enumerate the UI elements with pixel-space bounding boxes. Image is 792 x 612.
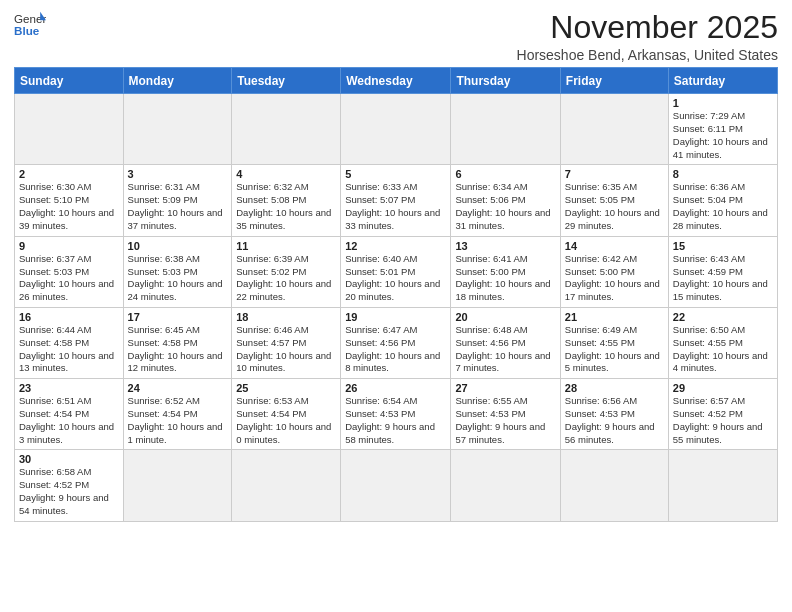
calendar-cell: 9Sunrise: 6:37 AM Sunset: 5:03 PM Daylig…: [15, 236, 124, 307]
calendar-cell: [560, 94, 668, 165]
location: Horseshoe Bend, Arkansas, United States: [517, 47, 778, 63]
calendar-cell: 22Sunrise: 6:50 AM Sunset: 4:55 PM Dayli…: [668, 307, 777, 378]
calendar-cell: [341, 94, 451, 165]
calendar-cell: 12Sunrise: 6:40 AM Sunset: 5:01 PM Dayli…: [341, 236, 451, 307]
day-number: 14: [565, 240, 664, 252]
day-number: 18: [236, 311, 336, 323]
col-tuesday: Tuesday: [232, 68, 341, 94]
day-number: 7: [565, 168, 664, 180]
calendar-cell: 25Sunrise: 6:53 AM Sunset: 4:54 PM Dayli…: [232, 379, 341, 450]
day-number: 24: [128, 382, 228, 394]
day-number: 15: [673, 240, 773, 252]
day-info: Sunrise: 6:48 AM Sunset: 4:56 PM Dayligh…: [455, 324, 555, 375]
col-monday: Monday: [123, 68, 232, 94]
calendar-cell: [668, 450, 777, 522]
day-info: Sunrise: 6:58 AM Sunset: 4:52 PM Dayligh…: [19, 466, 119, 517]
calendar-cell: 27Sunrise: 6:55 AM Sunset: 4:53 PM Dayli…: [451, 379, 560, 450]
day-number: 17: [128, 311, 228, 323]
calendar-cell: 13Sunrise: 6:41 AM Sunset: 5:00 PM Dayli…: [451, 236, 560, 307]
day-number: 22: [673, 311, 773, 323]
calendar-cell: 20Sunrise: 6:48 AM Sunset: 4:56 PM Dayli…: [451, 307, 560, 378]
calendar-cell: 7Sunrise: 6:35 AM Sunset: 5:05 PM Daylig…: [560, 165, 668, 236]
day-info: Sunrise: 6:36 AM Sunset: 5:04 PM Dayligh…: [673, 181, 773, 232]
calendar-cell: 19Sunrise: 6:47 AM Sunset: 4:56 PM Dayli…: [341, 307, 451, 378]
calendar-cell: 11Sunrise: 6:39 AM Sunset: 5:02 PM Dayli…: [232, 236, 341, 307]
day-number: 19: [345, 311, 446, 323]
calendar-cell: 8Sunrise: 6:36 AM Sunset: 5:04 PM Daylig…: [668, 165, 777, 236]
day-number: 3: [128, 168, 228, 180]
day-info: Sunrise: 6:52 AM Sunset: 4:54 PM Dayligh…: [128, 395, 228, 446]
day-number: 16: [19, 311, 119, 323]
day-number: 23: [19, 382, 119, 394]
day-number: 10: [128, 240, 228, 252]
day-info: Sunrise: 6:50 AM Sunset: 4:55 PM Dayligh…: [673, 324, 773, 375]
col-thursday: Thursday: [451, 68, 560, 94]
day-info: Sunrise: 6:46 AM Sunset: 4:57 PM Dayligh…: [236, 324, 336, 375]
day-number: 8: [673, 168, 773, 180]
calendar-cell: 5Sunrise: 6:33 AM Sunset: 5:07 PM Daylig…: [341, 165, 451, 236]
day-info: Sunrise: 6:32 AM Sunset: 5:08 PM Dayligh…: [236, 181, 336, 232]
calendar-cell: 1Sunrise: 7:29 AM Sunset: 6:11 PM Daylig…: [668, 94, 777, 165]
calendar-cell: 2Sunrise: 6:30 AM Sunset: 5:10 PM Daylig…: [15, 165, 124, 236]
calendar-cell: [341, 450, 451, 522]
header: General Blue November 2025 Horseshoe Ben…: [14, 10, 778, 63]
calendar-cell: 14Sunrise: 6:42 AM Sunset: 5:00 PM Dayli…: [560, 236, 668, 307]
day-info: Sunrise: 6:47 AM Sunset: 4:56 PM Dayligh…: [345, 324, 446, 375]
day-number: 20: [455, 311, 555, 323]
day-number: 13: [455, 240, 555, 252]
calendar-cell: 28Sunrise: 6:56 AM Sunset: 4:53 PM Dayli…: [560, 379, 668, 450]
col-wednesday: Wednesday: [341, 68, 451, 94]
day-info: Sunrise: 6:56 AM Sunset: 4:53 PM Dayligh…: [565, 395, 664, 446]
day-number: 26: [345, 382, 446, 394]
day-info: Sunrise: 6:49 AM Sunset: 4:55 PM Dayligh…: [565, 324, 664, 375]
calendar-cell: 21Sunrise: 6:49 AM Sunset: 4:55 PM Dayli…: [560, 307, 668, 378]
month-title: November 2025: [517, 10, 778, 45]
day-info: Sunrise: 6:40 AM Sunset: 5:01 PM Dayligh…: [345, 253, 446, 304]
day-info: Sunrise: 6:35 AM Sunset: 5:05 PM Dayligh…: [565, 181, 664, 232]
col-saturday: Saturday: [668, 68, 777, 94]
svg-text:Blue: Blue: [14, 24, 40, 37]
calendar-cell: 10Sunrise: 6:38 AM Sunset: 5:03 PM Dayli…: [123, 236, 232, 307]
calendar-cell: 17Sunrise: 6:45 AM Sunset: 4:58 PM Dayli…: [123, 307, 232, 378]
day-info: Sunrise: 6:34 AM Sunset: 5:06 PM Dayligh…: [455, 181, 555, 232]
calendar-cell: 26Sunrise: 6:54 AM Sunset: 4:53 PM Dayli…: [341, 379, 451, 450]
calendar-cell: 16Sunrise: 6:44 AM Sunset: 4:58 PM Dayli…: [15, 307, 124, 378]
day-number: 29: [673, 382, 773, 394]
day-info: Sunrise: 6:43 AM Sunset: 4:59 PM Dayligh…: [673, 253, 773, 304]
calendar-cell: 4Sunrise: 6:32 AM Sunset: 5:08 PM Daylig…: [232, 165, 341, 236]
day-info: Sunrise: 6:31 AM Sunset: 5:09 PM Dayligh…: [128, 181, 228, 232]
day-info: Sunrise: 6:33 AM Sunset: 5:07 PM Dayligh…: [345, 181, 446, 232]
day-info: Sunrise: 6:55 AM Sunset: 4:53 PM Dayligh…: [455, 395, 555, 446]
calendar-table: Sunday Monday Tuesday Wednesday Thursday…: [14, 67, 778, 522]
day-number: 2: [19, 168, 119, 180]
day-number: 9: [19, 240, 119, 252]
generalblue-logo-icon: General Blue: [14, 10, 46, 38]
calendar-cell: 3Sunrise: 6:31 AM Sunset: 5:09 PM Daylig…: [123, 165, 232, 236]
day-number: 5: [345, 168, 446, 180]
day-info: Sunrise: 7:29 AM Sunset: 6:11 PM Dayligh…: [673, 110, 773, 161]
day-info: Sunrise: 6:44 AM Sunset: 4:58 PM Dayligh…: [19, 324, 119, 375]
day-number: 1: [673, 97, 773, 109]
day-info: Sunrise: 6:37 AM Sunset: 5:03 PM Dayligh…: [19, 253, 119, 304]
day-number: 28: [565, 382, 664, 394]
day-info: Sunrise: 6:30 AM Sunset: 5:10 PM Dayligh…: [19, 181, 119, 232]
calendar-cell: 29Sunrise: 6:57 AM Sunset: 4:52 PM Dayli…: [668, 379, 777, 450]
day-info: Sunrise: 6:57 AM Sunset: 4:52 PM Dayligh…: [673, 395, 773, 446]
day-number: 11: [236, 240, 336, 252]
day-info: Sunrise: 6:42 AM Sunset: 5:00 PM Dayligh…: [565, 253, 664, 304]
calendar-cell: [451, 94, 560, 165]
day-number: 4: [236, 168, 336, 180]
logo: General Blue: [14, 10, 46, 38]
calendar-cell: 15Sunrise: 6:43 AM Sunset: 4:59 PM Dayli…: [668, 236, 777, 307]
calendar-cell: [451, 450, 560, 522]
calendar-header-row: Sunday Monday Tuesday Wednesday Thursday…: [15, 68, 778, 94]
day-info: Sunrise: 6:45 AM Sunset: 4:58 PM Dayligh…: [128, 324, 228, 375]
day-number: 30: [19, 453, 119, 465]
calendar-cell: [123, 94, 232, 165]
col-friday: Friday: [560, 68, 668, 94]
calendar-cell: [232, 450, 341, 522]
day-number: 21: [565, 311, 664, 323]
calendar-cell: [15, 94, 124, 165]
day-info: Sunrise: 6:38 AM Sunset: 5:03 PM Dayligh…: [128, 253, 228, 304]
calendar-cell: [123, 450, 232, 522]
